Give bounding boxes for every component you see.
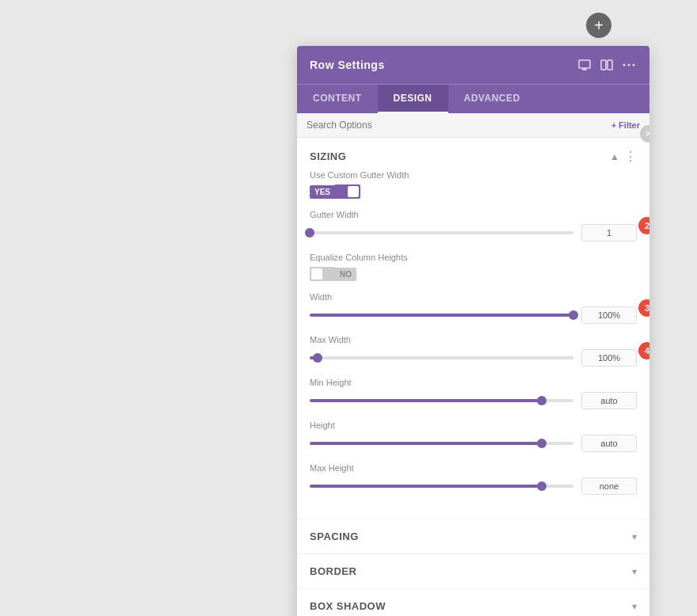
- header-icons: [577, 57, 637, 73]
- gutter-width-track[interactable]: [310, 231, 573, 234]
- sizing-section: Sizing ▲ ⋮ 1 Use Custom Gutter Width YES: [297, 138, 649, 519]
- use-custom-gutter-label: Use Custom Gutter Width: [310, 170, 637, 180]
- badge-2: 2: [638, 217, 649, 234]
- min-height-field: Min Height: [310, 378, 637, 409]
- max-width-label: Max Width: [310, 335, 637, 344]
- row-settings-panel: Row Settings: [297, 46, 649, 616]
- tab-content[interactable]: Content: [297, 85, 378, 113]
- columns-icon[interactable]: [599, 57, 615, 73]
- svg-point-5: [623, 64, 626, 67]
- tabs: Content Design Advanced: [297, 84, 649, 113]
- toggle-yes-label: YES: [310, 185, 335, 199]
- toggle-no-thumb: [311, 268, 322, 279]
- width-track[interactable]: [310, 314, 573, 317]
- equalize-column-label: Equalize Column Heights: [310, 253, 637, 262]
- max-height-track[interactable]: [310, 485, 573, 488]
- height-slider-row: [310, 435, 637, 452]
- toggle-switch[interactable]: [335, 184, 360, 199]
- toggle-thumb: [348, 186, 359, 197]
- min-height-label: Min Height: [310, 378, 637, 387]
- max-height-label: Max Height: [310, 463, 637, 473]
- height-track[interactable]: [310, 442, 573, 445]
- height-field: Height: [310, 420, 637, 452]
- sizing-section-header: Sizing ▲ ⋮: [297, 138, 649, 170]
- gutter-width-field: Gutter Width 2: [310, 210, 637, 241]
- height-label: Height: [310, 420, 637, 430]
- min-height-track[interactable]: [310, 399, 573, 402]
- toggle-no-label: NO: [335, 268, 356, 281]
- min-height-slider-row: [310, 392, 637, 409]
- width-label: Width: [310, 292, 637, 302]
- svg-rect-4: [607, 60, 612, 70]
- panel-body: Sizing ▲ ⋮ 1 Use Custom Gutter Width YES: [297, 138, 649, 616]
- spacing-section[interactable]: Spacing ▾: [297, 519, 649, 554]
- sizing-title: Sizing: [310, 150, 346, 162]
- width-slider-row: [310, 306, 637, 324]
- section-more-icon[interactable]: ⋮: [624, 149, 637, 164]
- svg-rect-0: [579, 60, 590, 68]
- min-height-input[interactable]: [581, 392, 637, 409]
- max-height-slider-row: [310, 477, 637, 495]
- max-height-field: Max Height: [310, 463, 637, 495]
- max-height-input[interactable]: [581, 477, 637, 495]
- tab-design[interactable]: Design: [378, 85, 448, 113]
- gutter-width-label: Gutter Width: [310, 210, 637, 219]
- sizing-content: 1 Use Custom Gutter Width YES Gutter Wid…: [297, 170, 649, 519]
- search-bar: + Filter: [297, 113, 649, 138]
- box-shadow-section[interactable]: Box Shadow ▾: [297, 589, 649, 616]
- max-width-input[interactable]: [581, 349, 637, 367]
- border-chevron-icon: ▾: [632, 566, 637, 577]
- border-title: Border: [310, 565, 356, 577]
- more-options-icon[interactable]: [621, 57, 637, 73]
- toggle-no-switch[interactable]: [310, 267, 335, 281]
- svg-rect-3: [601, 60, 606, 70]
- gutter-width-input[interactable]: [581, 224, 637, 241]
- equalize-column-field: Equalize Column Heights NO: [310, 253, 637, 281]
- width-input[interactable]: [581, 306, 637, 324]
- border-section[interactable]: Border ▾: [297, 554, 649, 589]
- svg-point-7: [633, 64, 635, 67]
- screen-icon[interactable]: [577, 57, 592, 73]
- badge-4: 4: [638, 342, 649, 359]
- section-controls: ▲ ⋮: [610, 149, 637, 164]
- gutter-width-slider-row: [310, 224, 637, 241]
- height-input[interactable]: [581, 435, 637, 452]
- search-input[interactable]: [307, 120, 611, 131]
- width-field: Width 3: [310, 292, 637, 324]
- svg-point-6: [628, 64, 630, 67]
- max-width-field: Max Width 4: [310, 335, 637, 367]
- max-width-track[interactable]: [310, 356, 573, 359]
- box-shadow-chevron-icon: ▾: [632, 601, 637, 612]
- filter-button[interactable]: + Filter: [611, 120, 640, 130]
- panel-title: Row Settings: [310, 59, 385, 71]
- spacing-chevron-icon: ▾: [632, 531, 637, 542]
- collapse-icon[interactable]: ▲: [610, 151, 619, 162]
- box-shadow-title: Box Shadow: [310, 600, 386, 612]
- add-button[interactable]: +: [586, 13, 611, 38]
- use-custom-gutter-field: Use Custom Gutter Width YES: [310, 170, 637, 199]
- use-custom-gutter-toggle[interactable]: YES: [310, 184, 637, 199]
- max-width-slider-row: [310, 349, 637, 367]
- panel-header: Row Settings: [297, 46, 649, 84]
- spacing-title: Spacing: [310, 530, 359, 542]
- equalize-column-toggle[interactable]: NO: [310, 267, 637, 281]
- tab-advanced[interactable]: Advanced: [448, 85, 536, 113]
- badge-3: 3: [638, 299, 649, 317]
